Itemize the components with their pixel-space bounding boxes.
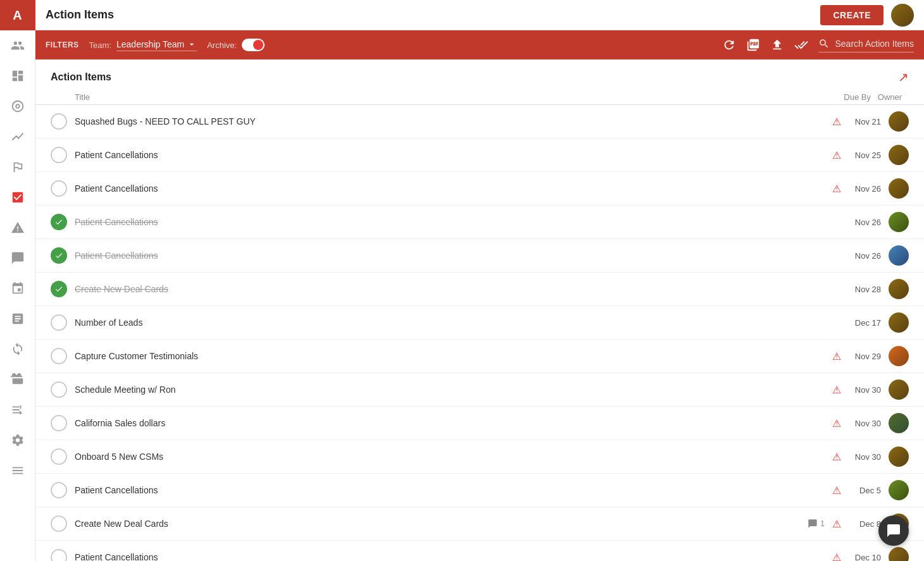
sidebar-item-scorecard[interactable] [0, 152, 35, 182]
alert-icon: ⚠ [832, 149, 841, 161]
sidebar-item-integrations[interactable] [0, 334, 35, 364]
row-date: Dec 10 [846, 553, 881, 562]
table-row[interactable]: Onboard 5 New CSMs ⚠ Nov 30 [35, 440, 924, 474]
row-title: Schedule Meeting w/ Ron [75, 385, 832, 395]
alert-icon: ⚠ [832, 350, 841, 362]
row-title: Patient Cancellations [75, 250, 846, 261]
sidebar-item-notes[interactable] [0, 395, 35, 425]
table-row[interactable]: Patient Cancellations Nov 26 [35, 206, 924, 239]
row-owner-avatar [889, 480, 909, 500]
row-owner-avatar [889, 279, 909, 299]
row-title: Capture Customer Testimonials [75, 351, 832, 361]
table-row[interactable]: Patient Cancellations ⚠ Nov 26 [35, 172, 924, 206]
row-owner-avatar [889, 379, 909, 400]
alert-icon: ⚠ [832, 384, 841, 396]
topbar: Action Items CREATE [35, 0, 924, 30]
row-checkbox[interactable] [51, 214, 67, 230]
row-checkbox[interactable] [51, 448, 67, 465]
row-checkbox[interactable] [51, 247, 67, 264]
table-row[interactable]: Patient Cancellations ⚠ Dec 5 [35, 474, 924, 507]
chart-icon [11, 130, 25, 144]
row-date: Nov 21 [846, 117, 881, 126]
verify-icon [794, 38, 808, 52]
alert-icon: ⚠ [832, 484, 841, 496]
table-row[interactable]: Squashed Bugs - NEED TO CALL PEST GUY ⚠ … [35, 105, 924, 139]
table-row[interactable]: Capture Customer Testimonials ⚠ Nov 29 [35, 340, 924, 373]
sidebar-item-settings[interactable] [0, 425, 35, 455]
alert-icon: ⚠ [832, 116, 841, 128]
row-title: Squashed Bugs - NEED TO CALL PEST GUY [75, 116, 832, 126]
refresh-button[interactable] [722, 38, 736, 52]
filterbar-actions: Search Action Items [722, 38, 914, 52]
table-row[interactable]: Schedule Meeting w/ Ron ⚠ Nov 30 [35, 373, 924, 407]
sidebar-item-issues[interactable] [0, 213, 35, 243]
sidebar-item-action-items[interactable] [0, 182, 35, 213]
sidebar-item-goals[interactable] [0, 91, 35, 121]
sidebar-item-menu[interactable] [0, 455, 35, 486]
alert-icon: ⚠ [832, 552, 841, 562]
row-owner-avatar [889, 245, 909, 266]
row-title: Create New Deal Cards [75, 519, 808, 529]
row-checkbox[interactable] [51, 147, 67, 163]
create-button[interactable]: CREATE [820, 5, 883, 25]
page-title: Action Items [46, 8, 813, 22]
row-title: Patient Cancellations [75, 183, 832, 194]
col-header-owner: Owner [871, 92, 909, 102]
action-items-section-title: Action Items [51, 71, 111, 83]
row-owner-avatar [889, 178, 909, 199]
verify-button[interactable] [794, 38, 808, 52]
alert-icon: ⚠ [832, 417, 841, 429]
sidebar-item-people[interactable] [0, 30, 35, 61]
sync-icon [11, 342, 25, 356]
row-owner-avatar [889, 312, 909, 333]
row-title: Create New Deal Cards [75, 284, 846, 294]
chat-bubble[interactable] [878, 515, 909, 546]
row-checkbox[interactable] [51, 348, 67, 364]
row-checkbox[interactable] [51, 113, 67, 130]
upload-button[interactable] [770, 38, 784, 52]
row-checkbox[interactable] [51, 381, 67, 398]
table-row[interactable]: Patient Cancellations ⚠ Nov 25 [35, 139, 924, 172]
app-logo[interactable]: A [0, 0, 35, 30]
user-avatar[interactable] [891, 4, 914, 27]
menu-icon [11, 464, 25, 478]
row-checkbox[interactable] [51, 415, 67, 431]
row-checkbox[interactable] [51, 180, 67, 197]
trend-icon: ↗ [898, 70, 909, 85]
table-row[interactable]: California Sales dollars ⚠ Nov 30 [35, 407, 924, 440]
row-checkbox[interactable] [51, 482, 67, 498]
table-row[interactable]: Create New Deal Cards Nov 28 [35, 273, 924, 306]
row-date: Nov 30 [846, 419, 881, 428]
manage-icon [11, 373, 25, 386]
sidebar-item-org[interactable] [0, 273, 35, 304]
filter-team-dropdown[interactable]: Leadership Team [116, 39, 197, 51]
reports-icon [11, 312, 25, 326]
pdf-button[interactable] [746, 38, 760, 52]
target-icon [11, 99, 25, 113]
sidebar-item-dashboard[interactable] [0, 61, 35, 91]
archive-toggle[interactable] [242, 39, 265, 51]
table-row[interactable]: Number of Leads Dec 17 [35, 306, 924, 340]
row-title: Patient Cancellations [75, 217, 846, 227]
content-area: Action Items ↗ Title Due By Owner Squash… [35, 59, 924, 561]
table-header: Title Due By Owner [35, 90, 924, 105]
table-row[interactable]: Patient Cancellations Nov 26 [35, 239, 924, 273]
sidebar-item-comments[interactable] [0, 243, 35, 273]
row-checkbox[interactable] [51, 281, 67, 297]
search-box[interactable]: Search Action Items [818, 38, 914, 52]
rows-container: Squashed Bugs - NEED TO CALL PEST GUY ⚠ … [35, 105, 924, 561]
upload-icon [770, 38, 784, 52]
row-checkbox[interactable] [51, 549, 67, 561]
row-date: Dec 17 [846, 318, 881, 328]
comments-icon [11, 251, 25, 265]
main-content: Action Items CREATE FILTERS Team: Leader… [35, 0, 924, 561]
sidebar-item-reports[interactable] [0, 304, 35, 334]
row-checkbox[interactable] [51, 515, 67, 532]
table-row[interactable]: Patient Cancellations ⚠ Dec 10 [35, 541, 924, 561]
row-checkbox[interactable] [51, 314, 67, 331]
sidebar-item-manage[interactable] [0, 364, 35, 395]
sidebar-item-chart[interactable] [0, 121, 35, 152]
filter-team-label: Team: [89, 40, 111, 50]
alert-icon: ⚠ [832, 451, 841, 463]
table-row[interactable]: Create New Deal Cards 1 ⚠ Dec 8 [35, 507, 924, 541]
